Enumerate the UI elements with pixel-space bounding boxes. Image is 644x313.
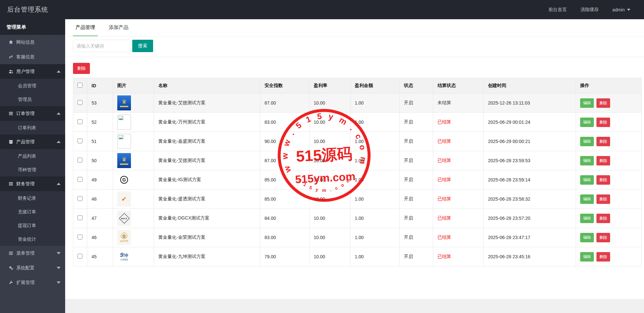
- sidebar-item-service-info[interactable]: 客服信息: [0, 50, 65, 64]
- row-checkbox[interactable]: [78, 235, 82, 239]
- tab-product-management[interactable]: 产品管理: [73, 19, 98, 36]
- edit-button[interactable]: 编辑: [580, 252, 594, 262]
- admin-username: admin: [612, 7, 625, 12]
- col-settle-status: 结算状态: [433, 78, 484, 93]
- sidebar-subitem-member-management[interactable]: 会员管理: [0, 79, 65, 92]
- cell-checkbox: [73, 132, 87, 151]
- cell-status: 开启: [400, 113, 433, 132]
- sidebar-subitem-funds-statistics[interactable]: 资金统计: [0, 232, 65, 246]
- sidebar-item-label: 系统配置: [16, 265, 57, 271]
- cell-created-time: 2025-06-28 23:59:53: [484, 151, 576, 170]
- sidebar-subitem-withdraw-orders[interactable]: 提现订单: [0, 219, 65, 232]
- row-checkbox[interactable]: [78, 119, 82, 124]
- cell-id: 45: [87, 247, 113, 266]
- cell-settle-status: 已结算: [433, 228, 484, 247]
- edit-button[interactable]: 编辑: [580, 194, 594, 204]
- cell-settle-status: 已结算: [433, 132, 484, 151]
- sidebar-subitem-recharge-orders[interactable]: 充值订单: [0, 205, 65, 219]
- row-checkbox[interactable]: [78, 254, 82, 259]
- edit-button[interactable]: 编辑: [580, 175, 594, 185]
- delete-button[interactable]: 删除: [596, 118, 610, 127]
- table-row: 459坤九坤投资黄金量化-九坤测试方案79.0010.001.00开启已结算20…: [73, 247, 642, 266]
- sidebar-item-label: 订单管理: [16, 111, 57, 117]
- table-row: 47DGCX黄金量化-DGCX测试方案84.0010.001.00开启已结算20…: [73, 209, 642, 228]
- col-select-all: [73, 78, 87, 93]
- cell-profit-rate: 10.00: [309, 170, 351, 190]
- admin-page: 后台管理系统 前台首页 清除缓存 admin 管理菜单 网站信息客服信息用户管理…: [0, 0, 644, 313]
- list-icon: [8, 251, 13, 256]
- tab-add-product[interactable]: 添加产品: [106, 19, 131, 36]
- cell-profit-rate: 10.00: [309, 209, 351, 228]
- row-checkbox[interactable]: [78, 138, 82, 143]
- table-row: 53♛黄金量化-艾德测试方案87.0010.001.00开启未结算2025-12…: [73, 93, 642, 113]
- edit-button[interactable]: 编辑: [580, 214, 594, 223]
- row-checkbox[interactable]: [78, 100, 82, 105]
- cell-checkbox: [73, 190, 87, 209]
- sidebar-item-user-management[interactable]: 用户管理: [0, 64, 65, 79]
- row-checkbox[interactable]: [78, 196, 82, 201]
- cell-image: 金金荣中国: [113, 228, 154, 247]
- home-icon: [8, 40, 13, 45]
- delete-button[interactable]: 删除: [596, 214, 610, 223]
- delete-button[interactable]: 删除: [596, 175, 610, 185]
- delete-button[interactable]: 删除: [596, 137, 610, 146]
- search-input[interactable]: [73, 40, 130, 52]
- product-image-dgcx: DGCX: [117, 211, 131, 226]
- bulk-delete-button[interactable]: 删除: [73, 63, 90, 74]
- nav-front-home[interactable]: 前台首页: [549, 7, 567, 13]
- product-image-jinrong: 金金荣中国: [117, 230, 131, 245]
- cell-profit-amount: 1.00: [351, 247, 400, 266]
- sidebar-subitem-order-list[interactable]: 订单列表: [0, 121, 65, 135]
- sidebar-item-label: 扩展管理: [16, 280, 57, 286]
- sidebar-item-order-management[interactable]: 订单管理: [0, 106, 65, 121]
- caret-up-icon: [57, 183, 61, 185]
- cell-checkbox: [73, 209, 87, 228]
- edit-button[interactable]: 编辑: [580, 233, 594, 242]
- nav-clear-cache[interactable]: 清除缓存: [580, 7, 599, 13]
- delete-button[interactable]: 删除: [596, 252, 610, 262]
- cell-profit-amount: 1.00: [351, 113, 400, 132]
- edit-button[interactable]: 编辑: [580, 118, 594, 127]
- sidebar-subitem-administrators[interactable]: 管理员: [0, 92, 65, 106]
- sidebar-item-product-management[interactable]: 产品管理: [0, 135, 65, 149]
- cell-actions: 编辑删除: [576, 170, 642, 190]
- row-checkbox[interactable]: [78, 215, 82, 220]
- cell-safety-index: 87.00: [260, 93, 309, 113]
- sidebar-item-finance-management[interactable]: 财务管理: [0, 177, 65, 191]
- topbar: 后台管理系统 前台首页 清除缓存 admin: [0, 0, 644, 19]
- delete-button[interactable]: 删除: [596, 156, 610, 165]
- sidebar-item-menu-management[interactable]: 菜单管理: [0, 246, 65, 261]
- sidebar-subitem-product-list[interactable]: 产品列表: [0, 149, 65, 163]
- delete-button[interactable]: 删除: [596, 233, 610, 242]
- tabbar: 产品管理 添加产品: [65, 19, 644, 36]
- table-body: 53♛黄金量化-艾德测试方案87.0010.001.00开启未结算2025-12…: [73, 93, 642, 266]
- select-all-checkbox[interactable]: [78, 83, 82, 88]
- sidebar-item-label: 网站信息: [16, 39, 61, 45]
- delete-button[interactable]: 删除: [596, 98, 610, 108]
- cell-profit-amount: 1.00: [351, 151, 400, 170]
- sidebar-item-label: 产品管理: [16, 139, 57, 145]
- sidebar-subitem-finance-records[interactable]: 财务记录: [0, 191, 65, 205]
- cell-actions: 编辑删除: [576, 113, 642, 132]
- search-button[interactable]: 搜索: [132, 40, 153, 52]
- sidebar-item-label: 客服信息: [16, 54, 61, 60]
- sidebar-item-extension-management[interactable]: 扩展管理: [0, 275, 65, 290]
- cell-safety-index: 85.00: [260, 170, 309, 190]
- cell-actions: 编辑删除: [576, 151, 642, 170]
- row-checkbox[interactable]: [78, 177, 82, 182]
- nav-admin-dropdown[interactable]: admin: [612, 7, 630, 12]
- edit-button[interactable]: 编辑: [580, 98, 594, 108]
- col-created-time: 创建时间: [484, 78, 576, 93]
- sidebar-subitem-currency-management[interactable]: 币种管理: [0, 163, 65, 177]
- caret-down-icon: [57, 267, 61, 269]
- delete-button[interactable]: 删除: [596, 194, 610, 204]
- row-checkbox[interactable]: [78, 158, 82, 163]
- sidebar-item-site-info[interactable]: 网站信息: [0, 35, 65, 50]
- edit-button[interactable]: 编辑: [580, 156, 594, 165]
- cell-profit-rate: 10.00: [309, 113, 351, 132]
- cell-created-time: 2025-06-28 23:57:20: [484, 209, 576, 228]
- table-row: 50♛黄金量化-艾德测试方案87.0010.001.00开启已结算2025-06…: [73, 151, 642, 170]
- edit-button[interactable]: 编辑: [580, 137, 594, 146]
- cell-profit-amount: 1.00: [351, 93, 400, 113]
- sidebar-item-system-config[interactable]: 系统配置: [0, 261, 65, 275]
